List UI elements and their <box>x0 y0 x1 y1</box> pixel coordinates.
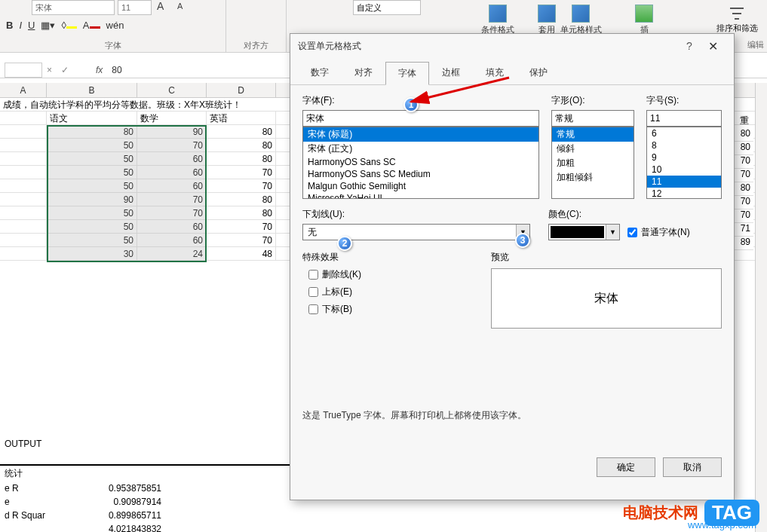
tab-数字[interactable]: 数字 <box>298 61 342 84</box>
font-color-icon[interactable]: A <box>83 20 100 31</box>
list-item[interactable]: 12 <box>647 188 721 199</box>
tab-保护[interactable]: 保护 <box>517 61 560 84</box>
border-icon[interactable]: ▦▾ <box>41 20 55 31</box>
tab-字体[interactable]: 字体 <box>385 62 429 85</box>
col-C[interactable]: C <box>137 83 207 97</box>
col-A[interactable]: A <box>0 83 47 97</box>
italic-button[interactable]: I <box>19 20 22 31</box>
truetype-note: 这是 TrueType 字体。屏幕和打印机上都将使用该字体。 <box>302 409 526 422</box>
list-item[interactable]: Microsoft YaHei UI <box>303 192 538 199</box>
normal-font-label: 普通字体(N) <box>641 226 690 239</box>
tab-边框[interactable]: 边框 <box>429 61 473 84</box>
preview-box: 宋体 <box>491 268 722 329</box>
subscript-input[interactable] <box>308 304 318 314</box>
list-item[interactable]: HarmonyOS Sans SC <box>303 156 538 168</box>
formula-value[interactable]: 80 <box>112 65 121 75</box>
dialog-title: 设置单元格格式 <box>298 40 361 53</box>
cancel-formula-icon[interactable]: × <box>47 65 52 75</box>
bold-button[interactable]: B <box>6 20 13 31</box>
list-item[interactable]: 加粗 <box>552 156 634 170</box>
hdr-a[interactable] <box>0 112 47 124</box>
color-label: 颜色(C): <box>548 208 722 221</box>
format-cells-dialog: 设置单元格格式 ? ✕ 数字对齐字体边框填充保护 字体(F): 宋体 (标题)宋… <box>290 33 735 500</box>
dialog-tabs: 数字对齐字体边框填充保护 <box>290 58 734 85</box>
tab-对齐[interactable]: 对齐 <box>342 61 385 84</box>
hdr-d[interactable]: 英语 <box>207 112 276 124</box>
superscript-input[interactable] <box>308 287 318 297</box>
help-button[interactable]: ? <box>680 40 699 52</box>
sort-filter-label: 排序和筛选 <box>716 23 758 32</box>
tab-填充[interactable]: 填充 <box>473 61 517 84</box>
underline-value: 无 <box>303 226 516 239</box>
callout-3: 3 <box>515 233 530 248</box>
strike-checkbox[interactable]: 删除线(K) <box>308 268 468 281</box>
stats-header: 统计 <box>0 466 75 482</box>
normal-font-input[interactable] <box>627 228 637 237</box>
list-item[interactable]: 11 <box>647 176 721 188</box>
underline-select[interactable]: 无 ▼ <box>302 224 530 240</box>
size-label: 字号(S): <box>646 94 722 107</box>
font-buttons: B I U ▦▾ ◊ A wén <box>6 20 124 31</box>
subscript-checkbox[interactable]: 下标(B) <box>308 303 468 316</box>
size-listbox[interactable]: 689101112 <box>646 127 722 199</box>
list-item[interactable]: 9 <box>647 151 721 164</box>
fx-icon[interactable]: fx <box>96 65 103 75</box>
font-name-select[interactable]: 宋体 <box>32 0 115 15</box>
list-item[interactable]: Malgun Gothic Semilight <box>303 180 538 192</box>
list-item[interactable]: 常规 <box>552 127 634 142</box>
scrollbar-track[interactable]: 重 <box>755 83 767 532</box>
style-listbox[interactable]: 常规倾斜加粗加粗倾斜 <box>551 127 634 199</box>
grow-font-icon[interactable]: A <box>157 0 164 12</box>
list-item[interactable]: 加粗倾斜 <box>552 170 634 185</box>
shrink-font-icon[interactable]: A <box>177 2 183 11</box>
insert-button[interactable]: 插 <box>626 5 662 35</box>
fill-color-icon[interactable]: ◊ <box>61 20 76 31</box>
normal-font-checkbox[interactable]: 普通字体(N) <box>627 226 690 239</box>
superscript-label: 上标(E) <box>322 286 352 298</box>
list-item[interactable]: 6 <box>647 127 721 139</box>
size-input[interactable] <box>646 110 722 127</box>
strike-label: 删除线(K) <box>322 268 361 281</box>
font-listbox[interactable]: 宋体 (标题)宋体 (正文)HarmonyOS Sans SCHarmonyOS… <box>302 127 539 199</box>
hdr-b[interactable]: 语文 <box>47 112 137 124</box>
number-format-value: 自定义 <box>357 2 382 14</box>
subscript-label: 下标(B) <box>322 303 352 316</box>
col-B[interactable]: B <box>47 83 137 97</box>
underline-button[interactable]: U <box>28 20 35 31</box>
superscript-checkbox[interactable]: 上标(E) <box>308 286 468 298</box>
phonetic-icon[interactable]: wén <box>106 20 124 31</box>
style-input[interactable] <box>551 110 634 127</box>
number-format-select[interactable]: 自定义 <box>353 0 421 15</box>
font-size-select[interactable]: 11 <box>118 0 152 15</box>
enter-formula-icon[interactable]: ✓ <box>61 65 69 75</box>
list-item[interactable]: 宋体 (正文) <box>303 142 538 156</box>
edit-group-label: 编辑 <box>747 39 764 50</box>
cell-style-button[interactable]: 单元格样式 <box>558 5 603 35</box>
dialog-titlebar[interactable]: 设置单元格格式 ? ✕ <box>290 34 734 58</box>
chevron-down-icon[interactable]: ▼ <box>606 225 619 240</box>
watermark-url: www.tagxp.com <box>688 519 756 530</box>
list-item[interactable]: 倾斜 <box>552 142 634 156</box>
stat-row: d R Squar0.899865711 <box>0 509 422 522</box>
underline-label: 下划线(U): <box>302 208 530 221</box>
strike-input[interactable] <box>308 270 318 280</box>
sort-filter-button[interactable]: 排序和筛选 <box>714 5 759 34</box>
list-item[interactable]: 宋体 (标题) <box>303 127 538 142</box>
align-group: 对齐方 <box>226 0 287 53</box>
sort-filter-icon <box>728 5 746 23</box>
cancel-button[interactable]: 取消 <box>663 457 722 477</box>
name-box[interactable] <box>5 63 42 78</box>
close-button[interactable]: ✕ <box>699 39 726 54</box>
dialog-body: 字体(F): 宋体 (标题)宋体 (正文)HarmonyOS Sans SCHa… <box>290 85 734 477</box>
hdr-c[interactable]: 数学 <box>137 112 207 124</box>
col-D[interactable]: D <box>207 83 276 97</box>
font-input[interactable] <box>302 110 539 127</box>
list-item[interactable]: HarmonyOS Sans SC Medium <box>303 168 538 180</box>
callout-2: 2 <box>337 236 352 251</box>
conditional-format-button[interactable]: 条件格式 <box>475 5 520 35</box>
ok-button[interactable]: 确定 <box>597 457 655 477</box>
list-item[interactable]: 8 <box>647 139 721 151</box>
list-item[interactable]: 10 <box>647 164 721 176</box>
color-swatch <box>551 226 604 238</box>
color-select[interactable]: ▼ <box>548 224 620 240</box>
